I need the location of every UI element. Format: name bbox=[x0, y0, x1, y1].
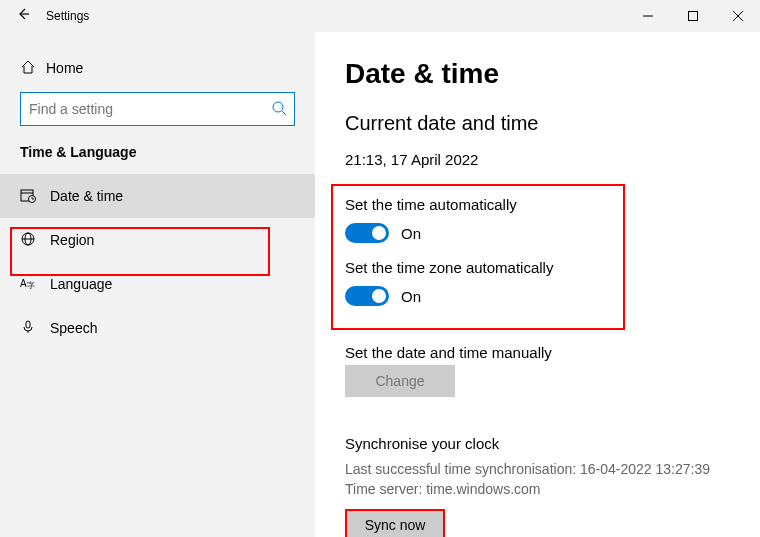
search-input[interactable] bbox=[20, 92, 295, 126]
sidebar: Home Time & Language Date & time Region bbox=[0, 32, 315, 537]
toggle-state-label: On bbox=[401, 288, 421, 305]
svg-rect-16 bbox=[26, 321, 30, 328]
minimize-button[interactable] bbox=[625, 0, 670, 32]
label-set-manual: Set the date and time manually bbox=[345, 344, 730, 361]
sidebar-item-label: Date & time bbox=[50, 188, 123, 204]
maximize-button[interactable] bbox=[670, 0, 715, 32]
sync-last-text: Last successful time synchronisation: 16… bbox=[345, 460, 730, 480]
label-set-tz-auto: Set the time zone automatically bbox=[345, 259, 611, 276]
sidebar-home[interactable]: Home bbox=[0, 48, 315, 88]
language-icon: A字 bbox=[20, 275, 50, 294]
sidebar-item-region[interactable]: Region bbox=[0, 218, 315, 262]
label-set-time-auto: Set the time automatically bbox=[345, 196, 611, 213]
svg-point-4 bbox=[273, 102, 283, 112]
current-datetime: 21:13, 17 April 2022 bbox=[345, 151, 730, 168]
globe-icon bbox=[20, 231, 50, 250]
svg-line-5 bbox=[282, 111, 286, 115]
section-heading-current: Current date and time bbox=[345, 112, 730, 135]
toggle-set-tz-auto[interactable] bbox=[345, 286, 389, 306]
change-button[interactable]: Change bbox=[345, 365, 455, 397]
page-title: Date & time bbox=[345, 58, 730, 90]
sidebar-item-label: Language bbox=[50, 276, 112, 292]
toggle-state-label: On bbox=[401, 225, 421, 242]
search-icon bbox=[271, 100, 287, 119]
microphone-icon bbox=[20, 319, 50, 338]
close-button[interactable] bbox=[715, 0, 760, 32]
back-icon[interactable] bbox=[16, 7, 36, 25]
sync-server-text: Time server: time.windows.com bbox=[345, 480, 730, 500]
home-icon bbox=[20, 59, 46, 78]
sidebar-home-label: Home bbox=[46, 60, 83, 76]
highlight-box-auto: Set the time automatically On Set the ti… bbox=[331, 184, 625, 330]
titlebar: Settings bbox=[0, 0, 760, 32]
sync-now-button[interactable]: Sync now bbox=[345, 509, 445, 537]
calendar-clock-icon bbox=[20, 187, 50, 206]
svg-rect-1 bbox=[688, 12, 697, 21]
sidebar-item-datetime[interactable]: Date & time bbox=[0, 174, 315, 218]
svg-text:A: A bbox=[20, 278, 27, 289]
toggle-set-time-auto[interactable] bbox=[345, 223, 389, 243]
section-heading-sync: Synchronise your clock bbox=[345, 435, 730, 452]
sidebar-item-label: Speech bbox=[50, 320, 97, 336]
sidebar-item-language[interactable]: A字 Language bbox=[0, 262, 315, 306]
svg-text:字: 字 bbox=[27, 281, 35, 290]
window-title: Settings bbox=[46, 9, 89, 23]
sidebar-group-header: Time & Language bbox=[0, 144, 315, 174]
content-panel: Date & time Current date and time 21:13,… bbox=[315, 32, 760, 537]
sidebar-item-speech[interactable]: Speech bbox=[0, 306, 315, 350]
sidebar-item-label: Region bbox=[50, 232, 94, 248]
